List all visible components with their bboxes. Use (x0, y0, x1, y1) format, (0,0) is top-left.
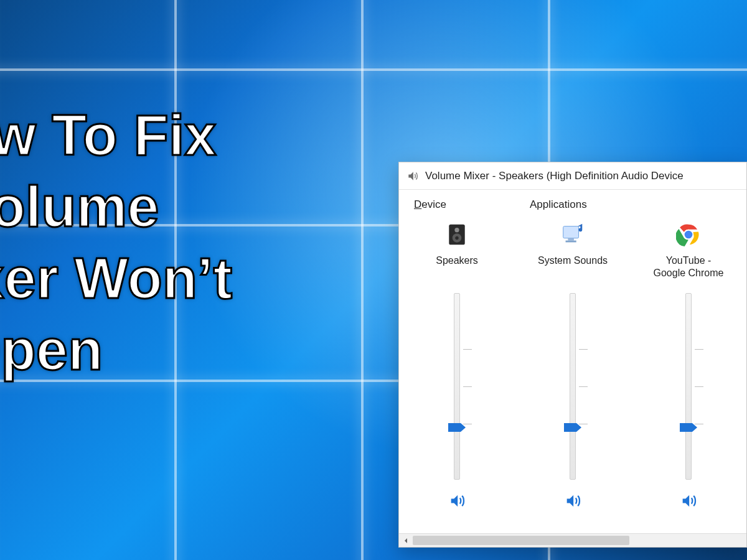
mixer-body: Device Speakers (399, 190, 746, 533)
speaker-device-icon[interactable] (443, 221, 471, 248)
volume-slider-system-sounds[interactable] (560, 293, 585, 480)
speaker-icon (406, 170, 419, 182)
mute-button-system-sounds[interactable] (564, 492, 581, 510)
svg-marker-13 (405, 538, 407, 543)
chrome-icon[interactable] (675, 221, 702, 248)
device-section-label: Device (414, 198, 446, 212)
mute-button-chrome[interactable] (680, 492, 697, 510)
scrollbar-track[interactable] (413, 534, 746, 547)
svg-rect-6 (568, 238, 574, 241)
applications-section-label-spacer (646, 198, 649, 212)
applications-column-2: YouTube - Google Chrome (631, 190, 746, 533)
desktop-wallpaper: ow To Fix Volume ixer Won’t Open Volume … (0, 0, 747, 560)
horizontal-scrollbar[interactable] (399, 533, 746, 547)
applications-column-1: Applications System Sounds (515, 190, 631, 533)
channel-label: Speakers (404, 254, 510, 282)
svg-point-1 (454, 228, 459, 232)
mute-button-speakers[interactable] (448, 492, 466, 510)
scrollbar-thumb[interactable] (413, 536, 629, 545)
slider-thumb[interactable] (564, 423, 581, 432)
svg-marker-12 (680, 423, 697, 432)
slider-thumb[interactable] (448, 423, 466, 432)
slider-thumb[interactable] (680, 423, 697, 432)
svg-rect-7 (566, 241, 576, 243)
svg-marker-4 (448, 423, 466, 432)
volume-mixer-window: Volume Mixer - Speakers (High Definition… (398, 162, 747, 548)
svg-marker-8 (564, 423, 581, 432)
channel-label: YouTube - Google Chrome (636, 254, 741, 282)
volume-slider-speakers[interactable] (444, 293, 469, 480)
svg-rect-5 (563, 226, 579, 238)
window-title: Volume Mixer - Speakers (High Definition… (425, 170, 684, 182)
scroll-left-button[interactable] (399, 534, 413, 547)
device-column: Device Speakers (399, 190, 515, 533)
svg-point-3 (455, 236, 458, 240)
applications-section-label: Applications (530, 198, 587, 212)
volume-slider-chrome[interactable] (676, 293, 701, 480)
titlebar[interactable]: Volume Mixer - Speakers (High Definition… (399, 162, 746, 190)
system-sounds-icon[interactable] (559, 221, 586, 248)
thumbnail-headline: ow To Fix Volume ixer Won’t Open (0, 100, 454, 386)
channel-label: System Sounds (520, 254, 626, 282)
